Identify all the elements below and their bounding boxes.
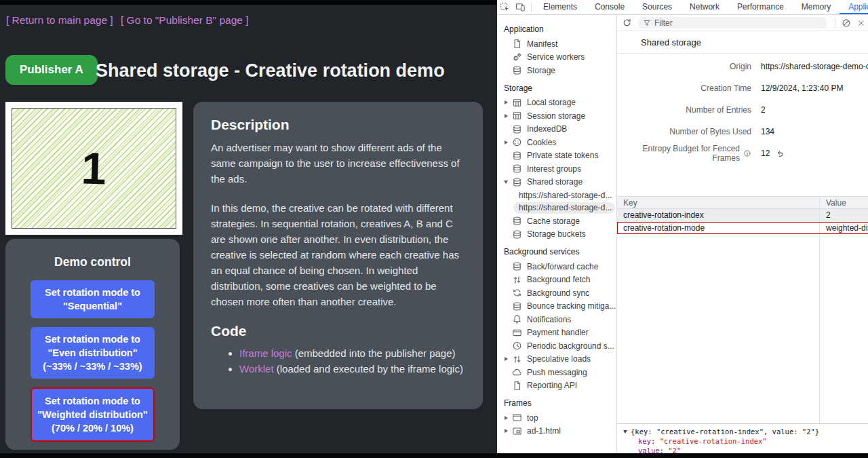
preview-entries: key"creative-rotation-index"value"2"	[623, 436, 868, 455]
devtools-tab-console[interactable]: Console	[586, 0, 633, 14]
devtools-tab-memory[interactable]: Memory	[793, 0, 840, 14]
sidebar-item-payment-handler[interactable]: Payment handler	[497, 326, 616, 340]
code-link-worklet[interactable]: Worklet	[239, 363, 274, 375]
devtools-tab-elements[interactable]: Elements	[534, 0, 586, 14]
sidebar-item-label: Speculative loads	[527, 354, 591, 364]
meta-value-text: https://shared-storage-demo-co	[761, 62, 868, 71]
sidebar-item-notifications[interactable]: Notifications	[497, 313, 616, 326]
sidebar-item-cookies[interactable]: Cookies	[497, 136, 616, 149]
shared-storage-heading: Shared storage	[617, 31, 868, 54]
sidebar-item-back-forward-cache[interactable]: Back/forward cache	[497, 260, 616, 273]
meta-value-text: 12/9/2024, 1:23:40 PM	[761, 83, 843, 93]
inspect-element-icon[interactable]	[500, 2, 510, 12]
sidebar-item-reporting-api[interactable]: Reporting API	[497, 379, 616, 393]
devtools-tabbar: ElementsConsoleSourcesNetworkPerformance…	[497, 0, 868, 15]
sidebar-item-label: Reporting API	[527, 381, 577, 390]
sidebar-item-service-workers[interactable]: Service workers	[497, 51, 616, 64]
meta-label: Number of Bytes Used	[617, 127, 751, 136]
sidebar-item-label: Bounce tracking mitiga...	[527, 301, 616, 311]
chevron-right-icon	[500, 140, 512, 145]
sidebar-item-interest-groups[interactable]: Interest groups	[497, 162, 616, 176]
rotation-mode-button-1[interactable]: Set rotation mode to "Sequential"	[31, 280, 155, 318]
sidebar-section-background-services: Background services	[497, 241, 616, 260]
reset-budget-icon[interactable]	[776, 149, 785, 158]
preview-summary-line: {key: "creative-rotation-index", value: …	[623, 427, 868, 436]
grid-header-row: Key Value	[617, 197, 868, 209]
clear-icon[interactable]	[842, 18, 851, 28]
info-icon[interactable]	[743, 149, 751, 157]
go-to-publisher-b-link[interactable]: [ Go to "Publisher B" page ]	[121, 14, 249, 26]
refresh-icon[interactable]	[622, 18, 632, 28]
page-title: Shared storage - Creative rotation demo	[96, 60, 445, 81]
description-paragraph: An advertiser may want to show different…	[211, 140, 465, 187]
filter-input[interactable]	[654, 18, 790, 28]
sidebar-item-storage[interactable]: Storage	[497, 64, 616, 77]
sidebar-item-label: Manifest	[527, 39, 557, 49]
sidebar-item-label: Shared storage	[527, 177, 583, 187]
sidebar-item-cache-storage[interactable]: Cache storage	[497, 214, 616, 228]
letterbox-bottom	[0, 453, 868, 458]
meta-value-text: 12	[761, 149, 770, 158]
table-row-creative-rotation-index[interactable]: creative-rotation-index2	[617, 209, 868, 222]
sidebar-section-storage: Storage	[497, 77, 616, 96]
sidebar-item-top[interactable]: top	[497, 411, 616, 425]
cell-key: creative-rotation-index	[617, 210, 819, 220]
meta-label-text: Entropy Budget for Fenced Frames	[617, 144, 740, 163]
sidebar-item-push-messaging[interactable]: Push messaging	[497, 366, 616, 379]
column-header-key[interactable]: Key	[617, 198, 819, 208]
device-toolbar-icon[interactable]	[515, 2, 526, 12]
sidebar-item-manifest[interactable]: Manifest	[497, 37, 616, 51]
code-list: Iframe logic (embedded into the publishe…	[211, 345, 465, 377]
devtools-tab-sources[interactable]: Sources	[633, 0, 681, 14]
meta-value: 2	[761, 105, 766, 115]
sidebar-item-label: Storage buckets	[527, 229, 586, 239]
sidebar-item-https-shared-storage-d[interactable]: https://shared-storage-d...	[513, 189, 615, 202]
sidebar-item-label: top	[527, 413, 538, 423]
chevron-down-icon	[500, 180, 512, 184]
description-paragraph: In this demo, the creative can be rotate…	[211, 200, 465, 309]
sidebar-item-shared-storage[interactable]: Shared storage	[497, 176, 616, 189]
sidebar-item-ad-1-html[interactable]: ad-1.html	[497, 425, 616, 438]
card-icon	[512, 328, 522, 338]
sidebar-item-session-storage[interactable]: Session storage	[497, 109, 616, 123]
devtools-body: ApplicationManifestService workersStorag…	[497, 15, 868, 453]
sidebar-item-indexeddb[interactable]: IndexedDB	[497, 123, 616, 136]
ad-creative-iframe[interactable]: 1	[5, 102, 182, 235]
sidebar-item-bounce-tracking-mitiga[interactable]: Bounce tracking mitiga...	[497, 300, 616, 313]
sidebar-item-label: Payment handler	[527, 328, 589, 337]
meta-value-text: 2	[761, 105, 766, 115]
devtools-tab-performance[interactable]: Performance	[728, 0, 793, 14]
close-icon[interactable]	[857, 19, 865, 27]
sidebar-item-background-sync[interactable]: Background sync	[497, 286, 616, 300]
devtools-tab-application[interactable]: Application	[840, 0, 868, 14]
cell-key: creative-rotation-mode	[617, 223, 819, 233]
description-panel: Description An advertiser may want to sh…	[193, 102, 483, 409]
rotation-mode-button-3[interactable]: Set rotation mode to "Weighted distribut…	[31, 387, 155, 442]
cell-value: 2	[819, 209, 868, 222]
sidebar-item-https-shared-storage-d[interactable]: https://shared-storage-d...	[513, 202, 615, 214]
sidebar-item-label: Private state tokens	[527, 151, 598, 160]
expander-icon[interactable]	[623, 430, 627, 434]
column-header-value[interactable]: Value	[819, 197, 868, 208]
devtools-tab-network[interactable]: Network	[681, 0, 728, 14]
gears-icon	[512, 52, 522, 62]
table-row-creative-rotation-mode[interactable]: creative-rotation-modeweighted-distribut…	[617, 222, 868, 235]
sidebar-item-local-storage[interactable]: Local storage	[497, 96, 616, 110]
sidebar-item-background-fetch[interactable]: Background fetch	[497, 273, 616, 287]
sidebar-item-label: Background fetch	[527, 275, 590, 284]
return-to-main-page-link[interactable]: [ Return to main page ]	[6, 14, 113, 26]
sidebar-item-storage-buckets[interactable]: Storage buckets	[497, 228, 616, 242]
meta-row-creation-time: Creation Time12/9/2024, 1:23:40 PM	[617, 77, 868, 99]
sidebar-item-private-state-tokens[interactable]: Private state tokens	[497, 149, 616, 163]
sidebar-item-periodic-background-s[interactable]: Periodic background s...	[497, 339, 616, 353]
sidebar-item-speculative-loads[interactable]: Speculative loads	[497, 353, 616, 366]
db-icon	[512, 151, 522, 161]
shared-storage-main: Shared storage Originhttps://shared-stor…	[617, 15, 868, 453]
rotation-mode-button-2[interactable]: Set rotation mode to "Even distribution"…	[31, 327, 155, 379]
code-link-iframe-logic[interactable]: Iframe logic	[239, 347, 292, 359]
sidebar-section-frames: Frames	[497, 392, 616, 411]
sidebar-item-label: Notifications	[527, 315, 571, 324]
meta-label: Entropy Budget for Fenced Frames	[617, 144, 751, 163]
toolbar-divider	[835, 18, 835, 28]
filter-box[interactable]	[637, 17, 827, 28]
